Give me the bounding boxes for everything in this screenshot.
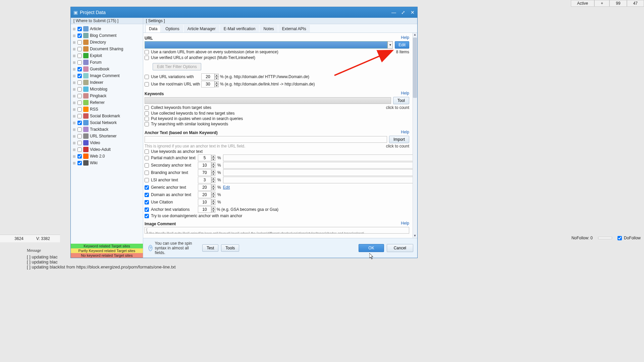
engine-checkbox[interactable] <box>77 74 82 78</box>
expand-icon[interactable]: ⊞ <box>72 148 76 152</box>
expand-icon[interactable]: ⊞ <box>72 128 76 131</box>
tab-options[interactable]: Options <box>162 25 183 33</box>
engine-checkbox[interactable] <box>77 127 82 132</box>
tree-item[interactable]: ⊞Video <box>71 139 143 146</box>
root-url-value[interactable] <box>201 81 215 87</box>
engine-checkbox[interactable] <box>77 101 82 105</box>
status-plus[interactable]: + <box>594 0 609 7</box>
expand-icon[interactable]: ⊞ <box>72 54 76 58</box>
spin-down-icon[interactable]: ▼ <box>215 84 219 87</box>
opt-root-url-checkbox[interactable] <box>145 82 149 86</box>
tree-item[interactable]: ⊞Web 2.0 <box>71 153 143 160</box>
expand-icon[interactable]: ⊞ <box>72 74 76 78</box>
tree-item[interactable]: ⊞Guestbook <box>71 66 143 72</box>
tree-item[interactable]: ⊞RSS <box>71 106 143 113</box>
close-button[interactable]: ✕ <box>408 8 417 16</box>
tree-item[interactable]: ⊞Blog Comment <box>71 32 143 39</box>
tree-item[interactable]: ⊞Document Sharing <box>71 46 143 52</box>
url-variations-value[interactable] <box>201 73 215 80</box>
engine-checkbox[interactable] <box>77 87 82 92</box>
tree-item[interactable]: ⊞Forum <box>71 59 143 66</box>
spin-up-icon[interactable]: ▲ <box>215 74 219 77</box>
cancel-button[interactable]: Cancel <box>387 244 413 252</box>
expand-icon[interactable]: ⊞ <box>72 141 76 145</box>
expand-icon[interactable]: ⊞ <box>72 108 76 111</box>
tree-item[interactable]: ⊞Article <box>71 25 143 32</box>
opt-use-collected-checkbox[interactable] <box>145 111 149 116</box>
url-edit-button[interactable]: Edit <box>395 41 409 49</box>
expand-icon[interactable]: ⊞ <box>72 81 76 84</box>
secondary-anchor-value[interactable] <box>198 162 211 169</box>
engine-checkbox[interactable] <box>77 107 82 112</box>
opt-branding-anchor-checkbox[interactable] <box>145 171 149 175</box>
expand-icon[interactable]: ⊞ <box>72 155 76 158</box>
tree-item[interactable]: ⊞Microblog <box>71 86 143 93</box>
partial-anchor-input[interactable] <box>223 155 414 161</box>
dofollow-checkbox[interactable] <box>618 236 622 240</box>
branding-anchor-value[interactable] <box>198 169 211 176</box>
engine-checkbox[interactable] <box>77 134 82 138</box>
tree-item[interactable]: ⊞Wiki <box>71 160 143 166</box>
opt-partial-anchor-checkbox[interactable] <box>145 156 149 160</box>
engine-checkbox[interactable] <box>77 54 82 58</box>
tree-item[interactable]: ⊞Social Network <box>71 119 143 126</box>
expand-icon[interactable]: ⊞ <box>72 67 76 71</box>
tab-external-apis[interactable]: External APIs <box>278 25 310 33</box>
expand-icon[interactable]: ⊞ <box>72 134 76 138</box>
opt-collect-kw-checkbox[interactable] <box>145 106 149 110</box>
tab-data[interactable]: Data <box>145 25 161 33</box>
scroll-down-icon[interactable]: ▼ <box>413 234 417 238</box>
scroll-up-icon[interactable]: ▲ <box>413 33 417 37</box>
tree-item[interactable]: ⊞Pingback <box>71 93 143 99</box>
engine-checkbox[interactable] <box>77 60 82 65</box>
opt-citation-checkbox[interactable] <box>145 200 149 204</box>
tab-notes[interactable]: Notes <box>260 25 277 33</box>
secondary-anchor-input[interactable] <box>223 162 414 169</box>
generic-anchor-value[interactable] <box>198 184 211 191</box>
expand-icon[interactable]: ⊞ <box>72 34 76 38</box>
opt-url-variations-checkbox[interactable] <box>145 75 149 79</box>
keywords-help[interactable]: Help <box>401 91 409 96</box>
anchor-count-link[interactable]: click to count <box>386 144 409 148</box>
opt-kw-similar-checkbox[interactable] <box>145 122 149 126</box>
engine-checkbox[interactable] <box>77 27 82 31</box>
engine-checkbox[interactable] <box>77 80 82 85</box>
minimize-button[interactable]: — <box>389 8 398 16</box>
engine-checkbox[interactable] <box>77 161 82 165</box>
expand-icon[interactable]: ⊞ <box>72 161 76 165</box>
engine-checkbox[interactable] <box>77 121 82 125</box>
lsi-anchor-input[interactable] <box>223 177 414 183</box>
ok-button[interactable]: OK <box>359 244 384 252</box>
engine-checkbox[interactable] <box>77 147 82 152</box>
tree-item[interactable]: ⊞Trackback <box>71 126 143 133</box>
tab-e-mail-verification[interactable]: E-Mail verification <box>220 25 259 33</box>
engine-checkbox[interactable] <box>77 114 82 118</box>
anchor-help[interactable]: Help <box>401 130 409 134</box>
engine-checkbox[interactable] <box>77 141 82 145</box>
engine-checkbox[interactable] <box>77 67 82 71</box>
opt-kw-anchor-checkbox[interactable] <box>145 149 149 154</box>
engine-checkbox[interactable] <box>77 34 82 38</box>
image-comment-input[interactable]: { {I like it|really like|I quite like|I … <box>145 227 409 234</box>
engine-checkbox[interactable] <box>77 154 82 159</box>
opt-anchor-variations-checkbox[interactable] <box>145 207 149 212</box>
expand-icon[interactable]: ⊞ <box>72 94 76 98</box>
domain-anchor-value[interactable] <box>198 191 211 198</box>
tree-item[interactable]: ⊞Exploit <box>71 52 143 59</box>
opt-generic-anchor-checkbox[interactable] <box>145 185 149 190</box>
spin-down-icon[interactable]: ▼ <box>215 77 219 80</box>
tree-item[interactable]: ⊞Indexer <box>71 79 143 86</box>
url-help[interactable]: Help <box>401 35 409 40</box>
engine-checkbox[interactable] <box>77 94 82 98</box>
anchor-input[interactable] <box>145 136 387 143</box>
tree-item[interactable]: ⊞Social Bookmark <box>71 113 143 119</box>
tree-item[interactable]: ⊞Referrer <box>71 99 143 106</box>
expand-icon[interactable]: ⊞ <box>72 114 76 118</box>
test-button[interactable]: Test <box>202 244 218 252</box>
opt-domain-anchor-checkbox[interactable] <box>145 193 149 197</box>
scrollbar[interactable]: ▲ ▼ <box>413 33 417 238</box>
keywords-count-link[interactable]: click to count <box>386 105 409 110</box>
tools-button[interactable]: Tools <box>221 244 239 252</box>
tree-item[interactable]: ⊞Directory <box>71 39 143 46</box>
opt-secondary-anchor-checkbox[interactable] <box>145 163 149 168</box>
